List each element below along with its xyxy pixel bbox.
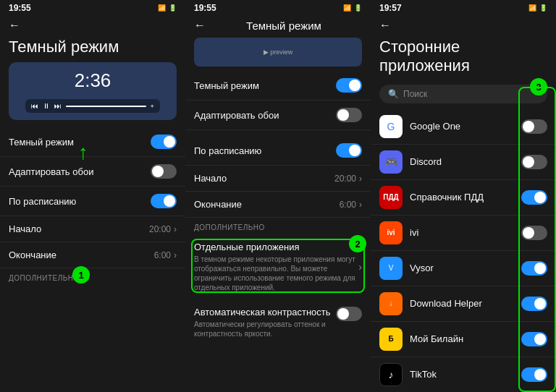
ivi-name: ivi (410, 227, 514, 238)
section-additional-1: ДОПОЛНИТЕЛЬНО (0, 268, 185, 285)
start-label-1: Начало (9, 223, 41, 234)
dark-mode-label-1: Темный режим (9, 137, 74, 148)
time-1: 19:55 (9, 3, 31, 13)
search-icon: 🔍 (388, 89, 399, 99)
back-button-3[interactable]: ← (379, 19, 391, 32)
end-value-1: 6:00 › (154, 250, 177, 260)
additional-apps-content: Отдельные приложения В темном режиме нек… (194, 242, 358, 292)
app-row-beeline: Б Мой Билайн (371, 322, 556, 357)
dark-mode-label-2: Темный режим (194, 80, 259, 91)
top-bar-2: ← Темный режим (185, 16, 371, 38)
google-name: Google One (410, 121, 514, 132)
panel-third-party-apps: 19:57 📶 🔋 ← Сторонние приложения 🔍 Поиск… (371, 0, 556, 392)
time-3: 19:57 (379, 3, 402, 13)
panel-dark-mode-1: 19:55 📶 🔋 ← Темный режим 2:36 ⏮⏸⏭ + Темн… (0, 0, 185, 392)
player-controls: ⏮⏸⏭ (31, 102, 62, 110)
status-icons-3: 📶 🔋 (528, 4, 547, 12)
beeline-icon: Б (379, 328, 403, 351)
beeline-toggle[interactable] (521, 332, 547, 346)
app-row-vysor: V Vysor (371, 251, 556, 286)
time-2: 19:55 (194, 3, 216, 13)
additional-apps-item[interactable]: Отдельные приложения В темном режиме нек… (185, 234, 371, 299)
download-helper-icon: ↓ (379, 292, 403, 315)
back-button-2[interactable]: ← (194, 19, 206, 32)
annotation-circle-2: 2 (349, 235, 366, 252)
auto-contrast-content: Автоматическая контрастность Автоматичес… (194, 307, 336, 338)
end-value-2: 6:00 › (340, 200, 362, 210)
top-bar-1: ← (0, 16, 185, 38)
status-icons-1: 📶 🔋 (158, 4, 177, 12)
start-value-1: 20:00 › (149, 224, 177, 234)
section-additional-2: ДОПОЛНИТЕЛЬНО (185, 218, 371, 234)
status-bar-1: 19:55 📶 🔋 (0, 0, 185, 16)
pdd-icon: ПДД (379, 186, 403, 209)
preview-box: 2:36 ⏮⏸⏭ + (9, 62, 177, 120)
adapt-wallpaper-label-1: Адаптировать обои (9, 166, 93, 177)
page-title-3: Сторонние приложения (371, 38, 556, 82)
setting-dark-mode-2: Темный режим (185, 71, 371, 101)
tiktok-toggle[interactable] (521, 367, 547, 382)
beeline-name: Мой Билайн (410, 333, 514, 344)
ivi-icon: ivi (379, 221, 403, 244)
preview-clock: 2:36 (75, 69, 111, 92)
download-helper-toggle[interactable] (521, 297, 547, 311)
auto-contrast-toggle[interactable] (336, 307, 362, 321)
dark-mode-toggle-1[interactable] (151, 135, 177, 149)
discord-icon: 🎮 (379, 150, 403, 174)
app-row-download: ↓ Download Helper (371, 286, 556, 322)
adapt-wallpaper-label-2: Адаптировать обои (194, 110, 279, 121)
app-row-google: G Google One (371, 109, 556, 145)
app-row-ivi: ivi ivi (371, 216, 556, 251)
setting-adapt-wallpaper-2: Адаптировать обои (185, 101, 371, 130)
setting-schedule-2: По расписанию (185, 136, 371, 166)
back-button-1[interactable]: ← (9, 19, 20, 32)
end-label-2: Окончание (194, 199, 242, 210)
additional-apps-title: Отдельные приложения (194, 242, 358, 252)
setting-end-1[interactable]: Окончание 6:00 › (0, 242, 185, 268)
adapt-wallpaper-toggle-2[interactable] (336, 108, 362, 122)
panel-dark-mode-2: 19:55 📶 🔋 ← Темный режим ▶ preview Темны… (185, 0, 371, 392)
google-toggle[interactable] (521, 119, 547, 134)
ivi-toggle[interactable] (521, 226, 547, 240)
auto-contrast-desc: Автоматически регулировать оттенок и кон… (194, 320, 336, 338)
start-value-2: 20:00 › (334, 174, 362, 184)
discord-toggle[interactable] (521, 155, 547, 169)
discord-name: Discord (410, 156, 514, 167)
search-placeholder: Поиск (403, 89, 427, 99)
pdd-toggle[interactable] (521, 190, 547, 205)
setting-end-2[interactable]: Окончание 6:00 › (185, 192, 371, 218)
search-bar[interactable]: 🔍 Поиск (379, 85, 547, 103)
app-row-discord: 🎮 Discord (371, 145, 556, 180)
preview-player: ⏮⏸⏭ + (25, 99, 160, 113)
download-helper-name: Download Helper (410, 298, 514, 309)
status-bar-2: 19:55 📶 🔋 (185, 0, 371, 16)
setting-start-2[interactable]: Начало 20:00 › (185, 166, 371, 192)
annotation-circle-1: 1 (72, 266, 90, 284)
vysor-icon: V (379, 257, 403, 280)
schedule-label-1: По расписанию (9, 196, 76, 207)
start-label-2: Начало (194, 173, 227, 184)
setting-dark-mode-1: Темный режим (0, 127, 185, 157)
google-icon: G (379, 115, 403, 138)
adapt-wallpaper-toggle-1[interactable] (151, 164, 177, 179)
schedule-toggle-2[interactable] (336, 143, 362, 158)
status-bar-3: 19:57 📶 🔋 (371, 0, 556, 16)
schedule-label-2: По расписанию (194, 145, 261, 156)
vysor-name: Vysor (410, 263, 514, 273)
end-label-1: Окончание (9, 250, 56, 260)
setting-start-1[interactable]: Начало 20:00 › (0, 216, 185, 242)
annotation-arrow-1: ↑ (78, 141, 88, 164)
page-title-2: Темный режим (206, 20, 362, 32)
vysor-toggle[interactable] (521, 261, 547, 276)
dark-mode-toggle-2[interactable] (336, 78, 362, 93)
app-row-pdd: ПДД Справочник ПДД (371, 180, 556, 216)
chevron-additional-icon: › (358, 261, 362, 273)
preview-thumbnail-2: ▶ preview (194, 38, 362, 67)
schedule-toggle-1[interactable] (151, 194, 177, 208)
auto-contrast-item[interactable]: Автоматическая контрастность Автоматичес… (185, 299, 371, 346)
tiktok-name: TikTok (410, 369, 514, 380)
tiktok-icon: ♪ (379, 363, 403, 386)
setting-adapt-wallpaper-1: Адаптировать обои (0, 157, 185, 187)
auto-contrast-title: Автоматическая контрастность (194, 307, 336, 318)
page-title-1: Темный режим (0, 38, 185, 62)
